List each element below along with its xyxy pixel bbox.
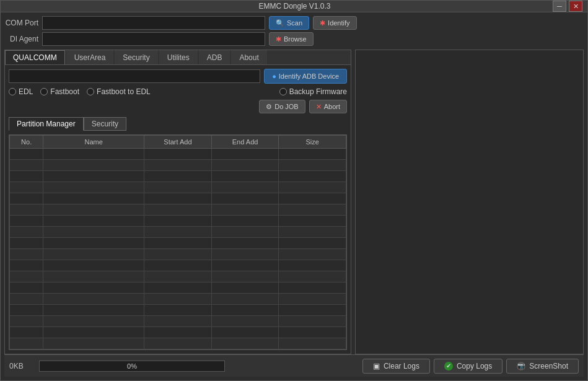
table-row bbox=[10, 294, 346, 305]
copy-logs-button[interactable]: ✔ Copy Logs bbox=[434, 359, 502, 374]
table-row bbox=[10, 282, 346, 294]
gear-icon: ⚙ bbox=[266, 103, 272, 111]
adb-input[interactable] bbox=[9, 69, 260, 83]
radio-fastboot-edl-label: Fastboot to EDL bbox=[97, 87, 151, 96]
backup-firmware-label: Backup Firmware bbox=[289, 87, 347, 96]
col-header-start: Start Add bbox=[144, 136, 212, 149]
identify-adb-row: ● Identify ADB Device bbox=[9, 69, 347, 84]
right-panel bbox=[355, 50, 584, 354]
browse-button[interactable]: ✱ Browse bbox=[269, 32, 314, 46]
radio-fastboot[interactable]: Fastboot bbox=[40, 87, 79, 96]
col-header-name: Name bbox=[43, 136, 144, 149]
tab-utilites[interactable]: Utilites bbox=[159, 50, 198, 64]
progress-label: 0KB bbox=[9, 362, 34, 370]
scan-button[interactable]: 🔍 Scan bbox=[269, 16, 309, 30]
tab-security[interactable]: Security bbox=[115, 50, 157, 64]
table-row bbox=[10, 227, 346, 238]
table-row bbox=[10, 260, 346, 271]
abort-icon: ✕ bbox=[316, 103, 322, 111]
table-row bbox=[10, 171, 346, 182]
di-agent-input[interactable] bbox=[42, 32, 265, 46]
browse-icon: ✱ bbox=[276, 35, 281, 43]
com-port-label: COM Port bbox=[4, 19, 38, 27]
col-header-end: End Add bbox=[211, 136, 279, 149]
di-agent-row: DI Agent ✱ Browse bbox=[4, 32, 584, 46]
radio-fastboot-edl[interactable]: Fastboot to EDL bbox=[87, 87, 151, 96]
window-title: EMMC Dongle V1.0.3 bbox=[37, 2, 553, 11]
top-controls: COM Port 🔍 Scan ✱ Identify DI Agent ✱ Br… bbox=[4, 16, 584, 46]
com-port-input[interactable] bbox=[42, 16, 265, 30]
radio-options-row: EDL Fastboot Fastboot to EDL bbox=[9, 87, 347, 96]
close-button[interactable]: ✕ bbox=[569, 1, 582, 12]
com-port-row: COM Port 🔍 Scan ✱ Identify bbox=[4, 16, 584, 30]
do-job-button[interactable]: ⚙ Do JOB bbox=[259, 100, 305, 113]
tab-about[interactable]: About bbox=[231, 50, 266, 64]
table-row bbox=[10, 204, 346, 216]
title-bar: EMMC Dongle V1.0.3 ─ ✕ bbox=[1, 1, 587, 12]
radio-edl-label: EDL bbox=[19, 87, 33, 96]
table-row bbox=[10, 249, 346, 260]
table-row bbox=[10, 149, 346, 160]
main-tabs: QUALCOMM UserArea Security Utilites ADB … bbox=[5, 50, 351, 65]
bottom-bar: 0KB 0% ▣ Clear Logs ✔ Copy Logs 📷 Screen… bbox=[4, 354, 584, 377]
radio-edl[interactable]: EDL bbox=[9, 87, 33, 96]
clear-logs-icon: ▣ bbox=[373, 362, 380, 370]
action-row: ⚙ Do JOB ✕ Abort bbox=[9, 100, 347, 113]
main-window: EMMC Dongle V1.0.3 ─ ✕ COM Port 🔍 Scan ✱… bbox=[0, 0, 588, 381]
table-row bbox=[10, 216, 346, 227]
progress-bar-container: 0% bbox=[39, 361, 225, 372]
radio-dot-edl bbox=[9, 88, 16, 95]
tab-userarea[interactable]: UserArea bbox=[66, 50, 114, 64]
radio-backup[interactable]: Backup Firmware bbox=[279, 87, 347, 96]
table-row bbox=[10, 160, 346, 171]
copy-logs-icon: ✔ bbox=[444, 362, 453, 370]
tab-adb[interactable]: ADB bbox=[199, 50, 230, 64]
content-area: COM Port 🔍 Scan ✱ Identify DI Agent ✱ Br… bbox=[1, 12, 587, 380]
bottom-actions: ▣ Clear Logs ✔ Copy Logs 📷 ScreenShot bbox=[362, 359, 579, 374]
radio-left: EDL Fastboot Fastboot to EDL bbox=[9, 87, 151, 96]
window-controls: ─ ✕ bbox=[553, 1, 582, 12]
clear-logs-button[interactable]: ▣ Clear Logs bbox=[362, 359, 430, 374]
main-body: QUALCOMM UserArea Security Utilites ADB … bbox=[4, 50, 584, 354]
identify-adb-icon: ● bbox=[272, 72, 276, 80]
minimize-button[interactable]: ─ bbox=[553, 1, 566, 12]
table-row bbox=[10, 182, 346, 193]
identify-icon: ✱ bbox=[320, 19, 325, 27]
backup-firmware-area: Backup Firmware bbox=[279, 87, 347, 96]
identify-adb-button[interactable]: ● Identify ADB Device bbox=[264, 69, 347, 84]
radio-dot-fastboot bbox=[40, 88, 48, 95]
scan-icon: 🔍 bbox=[276, 19, 284, 27]
table-row bbox=[10, 305, 346, 316]
abort-button[interactable]: ✕ Abort bbox=[309, 100, 347, 113]
table-row bbox=[10, 338, 346, 349]
panel-content: ● Identify ADB Device EDL bbox=[5, 65, 351, 354]
col-header-no: No. bbox=[10, 136, 43, 149]
table-row bbox=[10, 193, 346, 204]
radio-fastboot-label: Fastboot bbox=[50, 87, 79, 96]
radio-dot-fastboot-edl bbox=[87, 88, 94, 95]
screenshot-button[interactable]: 📷 ScreenShot bbox=[506, 359, 579, 374]
partition-table-container: No. Name Start Add End Add Size bbox=[9, 134, 347, 350]
left-panel: QUALCOMM UserArea Security Utilites ADB … bbox=[4, 50, 351, 354]
di-agent-label: DI Agent bbox=[4, 35, 38, 43]
sub-tab-security[interactable]: Security bbox=[84, 117, 126, 131]
table-body bbox=[10, 149, 346, 349]
col-header-size: Size bbox=[279, 136, 346, 149]
table-scroll[interactable]: No. Name Start Add End Add Size bbox=[9, 135, 346, 349]
table-row bbox=[10, 238, 346, 249]
radio-dot-backup bbox=[279, 88, 287, 95]
progress-percent: 0% bbox=[40, 361, 224, 371]
sub-tabs: Partition Manager Security bbox=[9, 117, 347, 131]
tab-qualcomm[interactable]: QUALCOMM bbox=[5, 50, 65, 64]
table-row bbox=[10, 316, 346, 327]
sub-tab-partition-manager[interactable]: Partition Manager bbox=[9, 117, 84, 131]
table-row bbox=[10, 327, 346, 338]
partition-table: No. Name Start Add End Add Size bbox=[9, 135, 346, 349]
identify-button[interactable]: ✱ Identify bbox=[313, 16, 356, 30]
table-row bbox=[10, 271, 346, 282]
screenshot-icon: 📷 bbox=[517, 362, 525, 370]
